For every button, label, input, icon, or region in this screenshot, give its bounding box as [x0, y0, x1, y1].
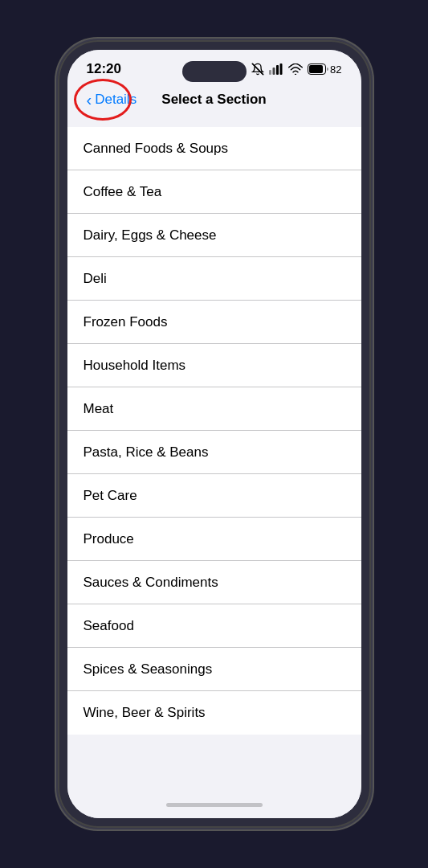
list-item-text: Canned Foods & Soups [84, 141, 229, 157]
list-item-text: Produce [84, 531, 134, 547]
nav-title: Select a Section [161, 92, 266, 108]
list-item[interactable]: Produce [67, 518, 361, 561]
svg-rect-2 [273, 68, 275, 75]
notification-icon [251, 63, 264, 76]
list-item-text: Wine, Beer & Spirits [84, 705, 206, 721]
phone-frame: 12:20 [58, 40, 371, 828]
nav-bar: ‹ Details Select a Section [67, 82, 361, 121]
svg-rect-3 [276, 65, 279, 75]
list-item[interactable]: Sauces & Condiments [67, 561, 361, 604]
list-item[interactable]: Spices & Seasonings [67, 648, 361, 691]
back-button-container: ‹ Details [80, 88, 144, 111]
wifi-icon [288, 63, 303, 75]
list-item-text: Household Items [84, 358, 186, 374]
list-item[interactable]: Seafood [67, 604, 361, 648]
section-list: Canned Foods & SoupsCoffee & TeaDairy, E… [67, 121, 361, 791]
list-item-text: Seafood [84, 618, 134, 634]
svg-point-5 [295, 74, 296, 75]
list-item[interactable]: Household Items [67, 344, 361, 387]
battery-icon: 82 [308, 63, 341, 76]
list-item[interactable]: Pasta, Rice & Beans [67, 431, 361, 474]
list-item[interactable]: Coffee & Tea [67, 170, 361, 214]
status-time: 12:20 [87, 61, 121, 77]
list-item-text: Pasta, Rice & Beans [84, 444, 209, 461]
list-item-text: Coffee & Tea [84, 184, 162, 200]
list-item[interactable]: Meat [67, 387, 361, 431]
svg-rect-7 [309, 65, 323, 73]
list-item[interactable]: Dairy, Eggs & Cheese [67, 214, 361, 257]
list-item[interactable]: Wine, Beer & Spirits [67, 691, 361, 735]
list-item[interactable]: Canned Foods & Soups [67, 127, 361, 170]
phone-screen: 12:20 [67, 50, 361, 818]
list-item-text: Pet Care [84, 488, 137, 504]
list-item-text: Spices & Seasonings [84, 661, 213, 678]
home-bar [166, 803, 263, 807]
signal-icon [269, 63, 283, 75]
battery-percent: 82 [330, 63, 341, 76]
back-chevron-icon: ‹ [87, 92, 92, 108]
list-item-text: Sauces & Condiments [84, 575, 218, 591]
home-indicator [67, 791, 361, 818]
back-button[interactable]: ‹ Details [80, 88, 144, 111]
list-item-text: Dairy, Eggs & Cheese [84, 227, 217, 244]
status-icons: 82 [251, 63, 341, 76]
list-item-text: Deli [84, 271, 107, 287]
list-item-text: Meat [84, 401, 114, 417]
back-button-label: Details [95, 92, 137, 108]
list-item[interactable]: Pet Care [67, 474, 361, 518]
dynamic-island [182, 61, 247, 82]
list-item[interactable]: Frozen Foods [67, 301, 361, 344]
svg-rect-4 [280, 63, 283, 75]
list-section: Canned Foods & SoupsCoffee & TeaDairy, E… [67, 127, 361, 735]
list-item-text: Frozen Foods [84, 314, 168, 330]
list-item[interactable]: Deli [67, 257, 361, 301]
svg-rect-1 [269, 70, 271, 75]
